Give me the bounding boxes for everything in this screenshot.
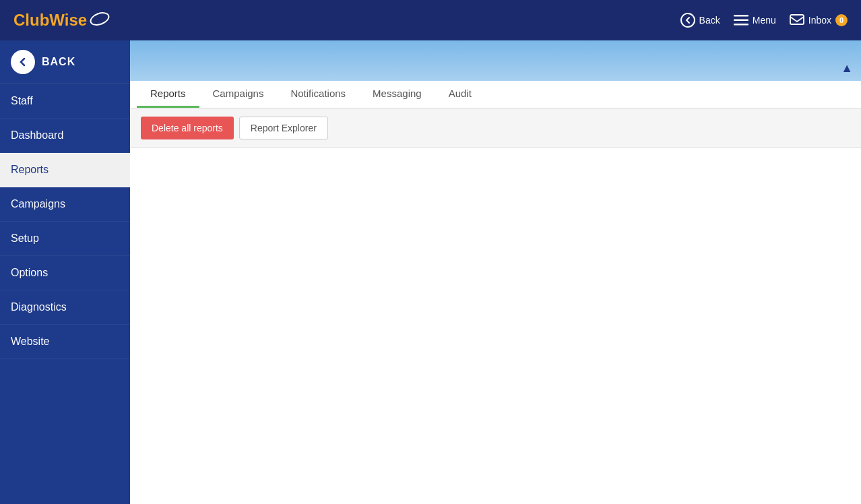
tabs-container: Reports Campaigns Notifications Messagin…	[130, 81, 861, 108]
content-area: ▲ Reports Campaigns Notifications Messag…	[130, 40, 861, 504]
report-explorer-button[interactable]: Report Explorer	[239, 117, 328, 139]
sidebar-item-website[interactable]: Website	[0, 325, 130, 359]
back-nav-item[interactable]: Back	[680, 13, 720, 28]
inbox-nav-label: Inbox	[808, 15, 831, 26]
sidebar-item-staff[interactable]: Staff	[0, 84, 130, 119]
main-content	[130, 148, 861, 504]
tab-reports[interactable]: Reports	[137, 81, 199, 108]
inbox-icon	[790, 13, 804, 28]
sidebar-back-button[interactable]: BACK	[0, 40, 130, 84]
logo: ClubWise	[13, 11, 110, 30]
sidebar: BACK Staff Dashboard Reports Campaigns S…	[0, 40, 130, 504]
delete-all-reports-button[interactable]: Delete all reports	[141, 117, 234, 139]
content-header: ▲	[130, 40, 861, 81]
sidebar-item-reports[interactable]: Reports	[0, 153, 130, 187]
back-nav-icon	[680, 13, 695, 28]
sidebar-item-dashboard[interactable]: Dashboard	[0, 119, 130, 153]
svg-rect-1	[734, 15, 748, 17]
action-bar: Delete all reports Report Explorer	[130, 108, 861, 148]
menu-icon	[734, 13, 748, 28]
tab-campaigns[interactable]: Campaigns	[199, 81, 278, 108]
svg-point-0	[681, 13, 695, 27]
logo-text: ClubWise	[13, 11, 87, 30]
inbox-nav-item[interactable]: Inbox 0	[790, 13, 848, 28]
tab-messaging[interactable]: Messaging	[359, 81, 435, 108]
back-nav-label: Back	[699, 15, 720, 26]
svg-rect-4	[790, 15, 804, 24]
top-nav: ClubWise Back Menu	[0, 0, 861, 40]
logo-wise: Wise	[49, 11, 87, 29]
menu-nav-label: Menu	[753, 15, 776, 26]
back-circle-icon	[11, 50, 35, 74]
menu-nav-item[interactable]: Menu	[734, 13, 776, 28]
tab-notifications[interactable]: Notifications	[277, 81, 359, 108]
sidebar-back-label: BACK	[42, 56, 75, 68]
sidebar-item-setup[interactable]: Setup	[0, 222, 130, 256]
main-layout: BACK Staff Dashboard Reports Campaigns S…	[0, 40, 861, 504]
sidebar-item-diagnostics[interactable]: Diagnostics	[0, 290, 130, 325]
logo-oval-icon	[88, 9, 111, 28]
logo-club: Club	[13, 11, 49, 29]
sidebar-nav: Staff Dashboard Reports Campaigns Setup …	[0, 84, 130, 504]
svg-rect-3	[734, 24, 748, 26]
svg-rect-2	[734, 20, 748, 22]
sidebar-item-options[interactable]: Options	[0, 256, 130, 290]
inbox-badge: 0	[835, 14, 848, 26]
sidebar-item-campaigns[interactable]: Campaigns	[0, 187, 130, 222]
collapse-button[interactable]: ▲	[841, 61, 853, 75]
tab-audit[interactable]: Audit	[435, 81, 485, 108]
top-nav-actions: Back Menu Inbox 0	[680, 13, 848, 28]
tabs-row: Reports Campaigns Notifications Messagin…	[137, 81, 854, 108]
